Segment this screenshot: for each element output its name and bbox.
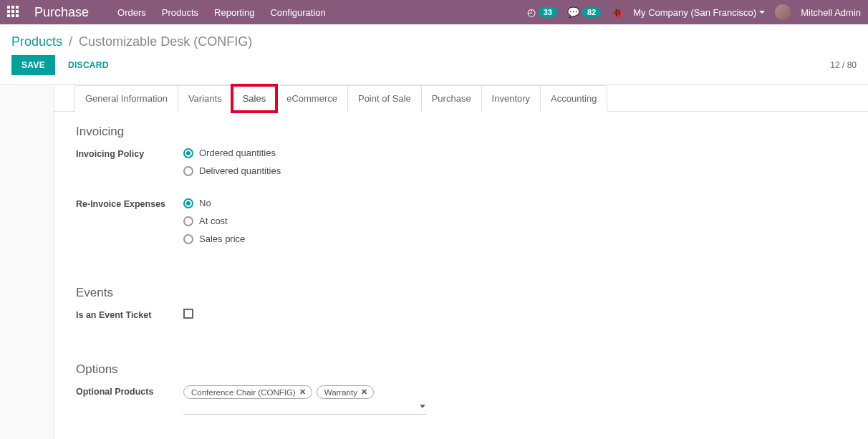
tab-variants[interactable]: Variants xyxy=(178,85,233,112)
apps-icon[interactable] xyxy=(7,6,20,19)
clock-icon: ◴ xyxy=(527,6,536,18)
tabs: General Information Variants Sales eComm… xyxy=(54,85,868,112)
activity-count: 33 xyxy=(539,7,557,17)
radio-reinvoice-sales-price[interactable]: Sales price xyxy=(183,233,847,244)
tag-label: Conference Chair (CONFIG) xyxy=(191,388,296,397)
section-title-events: Events xyxy=(76,286,847,300)
activity-indicator[interactable]: ◴ 33 xyxy=(527,6,557,18)
radio-label: No xyxy=(199,198,211,208)
menu-configuration[interactable]: Configuration xyxy=(270,7,325,18)
company-switcher[interactable]: My Company (San Francisco) xyxy=(633,7,765,18)
tab-general-information[interactable]: General Information xyxy=(74,85,178,112)
radio-reinvoice-no[interactable]: No xyxy=(183,198,847,208)
breadcrumb-current: Customizable Desk (CONFIG) xyxy=(79,34,252,49)
tag-remove-icon[interactable]: ✕ xyxy=(299,387,306,397)
menu-reporting[interactable]: Reporting xyxy=(214,7,254,18)
tag-label: Warranty xyxy=(324,388,357,397)
tab-point-of-sale[interactable]: Point of Sale xyxy=(347,85,422,112)
radio-icon xyxy=(183,198,193,208)
label-reinvoice-expenses: Re-Invoice Expenses xyxy=(76,198,183,209)
header-right: ◴ 33 💬 82 🐞 My Company (San Francisco) M… xyxy=(527,4,861,20)
app-brand: Purchase xyxy=(34,5,89,20)
checkbox-event-ticket[interactable] xyxy=(183,309,193,319)
radio-label: Delivered quantities xyxy=(199,165,281,176)
section-options: Options Optional Products Conference Cha… xyxy=(54,327,868,415)
pager[interactable]: 12 / 80 xyxy=(830,60,857,70)
form-sheet: General Information Variants Sales eComm… xyxy=(54,85,868,439)
breadcrumb-bar: Products / Customizable Desk (CONFIG) xyxy=(0,24,868,55)
radio-label: Sales price xyxy=(199,233,245,244)
tab-purchase[interactable]: Purchase xyxy=(421,85,482,112)
user-name[interactable]: Mitchell Admin xyxy=(801,7,861,18)
section-title-options: Options xyxy=(76,362,847,377)
avatar[interactable] xyxy=(775,4,791,20)
messages-indicator[interactable]: 💬 82 xyxy=(567,6,601,18)
messages-count: 82 xyxy=(582,7,601,17)
label-event-ticket: Is an Event Ticket xyxy=(76,309,183,320)
tab-accounting[interactable]: Accounting xyxy=(540,85,607,112)
chevron-down-icon[interactable] xyxy=(420,405,425,408)
radio-icon xyxy=(183,166,193,176)
breadcrumb-root[interactable]: Products xyxy=(11,34,62,49)
debug-icon[interactable]: 🐞 xyxy=(611,6,623,18)
menu-orders[interactable]: Orders xyxy=(117,7,146,18)
menu-products[interactable]: Products xyxy=(162,7,198,18)
radio-reinvoice-at-cost[interactable]: At cost xyxy=(183,216,847,226)
label-optional-products: Optional Products xyxy=(76,385,183,397)
tab-sales[interactable]: Sales xyxy=(232,85,277,112)
chevron-down-icon xyxy=(759,11,765,14)
breadcrumb-separator: / xyxy=(69,34,72,49)
radio-ordered-quantities[interactable]: Ordered quantities xyxy=(183,148,847,158)
tag-optional-product: Conference Chair (CONFIG) ✕ xyxy=(183,385,312,399)
radio-icon xyxy=(183,216,193,226)
actions-row: SAVE DISCARD 12 / 80 xyxy=(0,55,868,85)
breadcrumb: Products / Customizable Desk (CONFIG) xyxy=(11,34,857,49)
save-button[interactable]: SAVE xyxy=(11,55,55,75)
radio-delivered-quantities[interactable]: Delivered quantities xyxy=(183,165,847,176)
chat-icon: 💬 xyxy=(567,6,579,18)
section-events: Events Is an Event Ticket xyxy=(54,257,868,321)
main-menu: Orders Products Reporting Configuration xyxy=(117,7,326,18)
radio-label: At cost xyxy=(199,216,228,226)
section-title-invoicing: Invoicing xyxy=(76,125,847,139)
discard-button[interactable]: DISCARD xyxy=(68,60,109,70)
radio-label: Ordered quantities xyxy=(199,148,276,158)
radio-icon xyxy=(183,234,193,244)
tag-remove-icon[interactable]: ✕ xyxy=(361,387,367,397)
top-bar: Purchase Orders Products Reporting Confi… xyxy=(0,0,868,24)
radio-icon xyxy=(183,148,193,158)
section-invoicing: Invoicing Invoicing Policy Ordered quant… xyxy=(54,112,868,251)
tab-inventory[interactable]: Inventory xyxy=(481,85,541,112)
tag-optional-product: Warranty ✕ xyxy=(317,385,374,399)
tab-ecommerce[interactable]: eCommerce xyxy=(276,85,348,112)
optional-products-input[interactable] xyxy=(183,402,427,415)
company-name: My Company (San Francisco) xyxy=(633,7,756,18)
label-invoicing-policy: Invoicing Policy xyxy=(76,148,183,159)
